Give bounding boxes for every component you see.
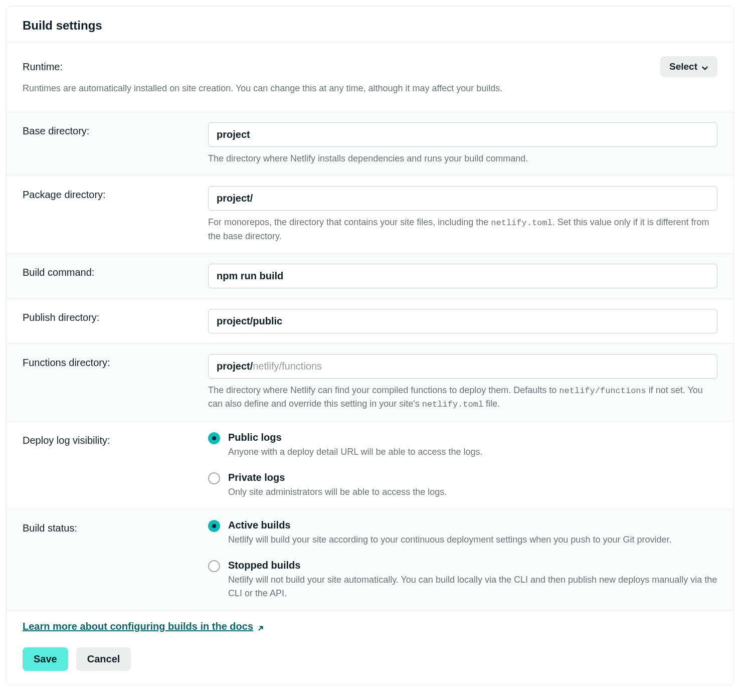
radio-active-builds-title: Active builds	[228, 519, 717, 531]
functions-directory-row: Functions directory: project/netlify/fun…	[7, 344, 733, 422]
section-title: Build settings	[23, 19, 717, 33]
docs-link[interactable]: Learn more about configuring builds in t…	[23, 621, 264, 632]
base-directory-input[interactable]	[208, 122, 717, 147]
save-button[interactable]: Save	[23, 647, 68, 671]
build-command-label: Build command:	[23, 267, 208, 278]
build-command-row: Build command:	[7, 254, 733, 299]
chevron-down-icon	[701, 63, 708, 70]
radio-private-logs: Private logs Only site administrators wi…	[208, 472, 717, 499]
runtime-select-label: Select	[669, 61, 697, 72]
base-directory-label: Base directory:	[23, 125, 208, 137]
section-header: Build settings	[7, 19, 733, 42]
radio-public-logs-input[interactable]	[208, 432, 220, 444]
functions-directory-prefix: project/	[217, 361, 253, 372]
functions-directory-label: Functions directory:	[23, 357, 208, 369]
radio-private-logs-title: Private logs	[228, 472, 717, 483]
radio-public-logs: Public logs Anyone with a deploy detail …	[208, 432, 717, 459]
runtime-label: Runtime:	[23, 61, 63, 73]
radio-stopped-builds: Stopped builds Netlify will not build yo…	[208, 560, 717, 600]
build-status-row: Build status: Active builds Netlify will…	[7, 509, 733, 611]
base-directory-help: The directory where Netlify installs dep…	[208, 152, 717, 165]
runtime-help-text: Runtimes are automatically installed on …	[23, 83, 717, 94]
radio-public-logs-title: Public logs	[228, 432, 717, 443]
package-directory-help: For monorepos, the directory that contai…	[208, 216, 717, 243]
build-status-radio-group: Active builds Netlify will build your si…	[208, 519, 717, 600]
radio-stopped-builds-title: Stopped builds	[228, 560, 717, 571]
deploy-log-label: Deploy log visibility:	[23, 435, 208, 446]
deploy-log-radio-group: Public logs Anyone with a deploy detail …	[208, 432, 717, 499]
radio-public-logs-desc: Anyone with a deploy detail URL will be …	[228, 445, 717, 459]
footer: Learn more about configuring builds in t…	[7, 611, 733, 671]
radio-active-builds: Active builds Netlify will build your si…	[208, 519, 717, 547]
package-directory-input[interactable]	[208, 186, 717, 211]
build-status-label: Build status:	[23, 522, 208, 534]
deploy-log-row: Deploy log visibility: Public logs Anyon…	[7, 422, 733, 509]
runtime-select-button[interactable]: Select	[660, 56, 717, 77]
radio-stopped-builds-desc: Netlify will not build your site automat…	[228, 573, 717, 600]
radio-private-logs-desc: Only site administrators will be able to…	[228, 485, 717, 499]
base-directory-row: Base directory: The directory where Netl…	[7, 112, 733, 176]
radio-private-logs-input[interactable]	[208, 472, 220, 484]
publish-directory-label: Publish directory:	[23, 312, 208, 323]
radio-active-builds-desc: Netlify will build your site according t…	[228, 533, 717, 547]
functions-directory-input[interactable]: project/netlify/functions	[208, 354, 717, 379]
functions-directory-placeholder: netlify/functions	[253, 361, 322, 372]
external-link-icon	[257, 623, 264, 630]
docs-link-text: Learn more about configuring builds in t…	[23, 621, 253, 632]
form-rows: Base directory: The directory where Netl…	[7, 112, 733, 611]
build-settings-card: Build settings Runtime: Select Runtimes …	[6, 6, 734, 685]
build-command-input[interactable]	[208, 264, 717, 288]
runtime-block: Runtime: Select Runtimes are automatical…	[7, 42, 733, 112]
radio-stopped-builds-input[interactable]	[208, 560, 220, 572]
publish-directory-row: Publish directory:	[7, 299, 733, 344]
cancel-button[interactable]: Cancel	[76, 647, 131, 671]
publish-directory-input[interactable]	[208, 309, 717, 333]
package-directory-row: Package directory: For monorepos, the di…	[7, 176, 733, 254]
package-directory-label: Package directory:	[23, 189, 208, 201]
functions-directory-help: The directory where Netlify can find you…	[208, 384, 717, 411]
radio-active-builds-input[interactable]	[208, 520, 220, 532]
